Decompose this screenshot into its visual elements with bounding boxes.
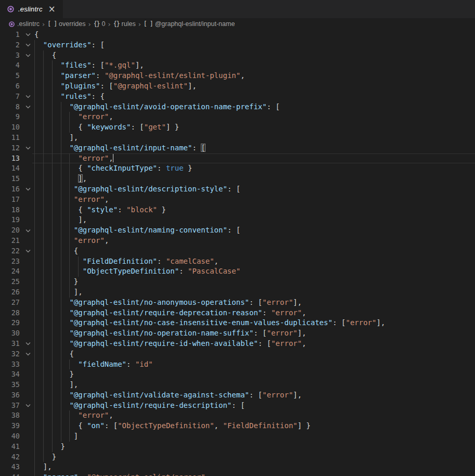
line-number: 30 [0,328,20,339]
code-line[interactable]: 26 ], [0,287,475,298]
code-line[interactable]: 39 { "on": ["ObjectTypeDefinition", "Fie… [0,421,475,431]
token: : [ [232,401,245,409]
breadcrumb-item-@graphql-eslint/input-name[interactable]: [ ]@graphql-eslint/input-name [144,20,235,28]
code-line[interactable]: 19 ], [0,215,475,225]
token: } [184,164,192,172]
code-text: ], [34,174,87,184]
token: : [192,144,201,152]
code-line[interactable]: 10 { "keywords": ["get"] } [0,122,475,133]
code-line[interactable]: 18 { "style": "block" } [0,205,475,215]
breadcrumb-item-overrides[interactable]: [ ]overrides [47,20,85,28]
code-line[interactable]: 32 { [0,349,475,359]
code-line[interactable]: 1{ [0,30,475,40]
fold-chevron-icon[interactable] [23,225,33,236]
code-line[interactable]: 21 "error", [0,236,475,246]
symbol-array-icon: [ ] [47,20,57,28]
code-line[interactable]: 27 "@graphql-eslint/no-anonymous-operati… [0,298,475,308]
token: "FieldDefinition" [83,257,157,265]
token: "files" [61,61,92,69]
token: : [179,267,188,275]
token: "@graphql-eslint/no-operation-name-suffi… [69,329,253,337]
code-text: "@graphql-eslint/validate-against-schema… [34,390,302,401]
code-line[interactable]: 16 "@graphql-eslint/description-style": … [0,184,475,195]
line-number: 29 [0,318,20,328]
fold-chevron-icon[interactable] [23,40,33,50]
breadcrumb-item-0[interactable]: {}0 [94,20,106,28]
line-number: 37 [0,401,20,411]
fold-chevron-icon[interactable] [23,92,33,102]
code-line[interactable]: 4 "files": ["*.gql"], [0,60,475,71]
breadcrumb-label: @graphql-eslint/input-name [155,20,235,28]
bracket-match: [ [201,144,205,152]
code-line[interactable]: 6 "plugins": ["@graphql-eslint"], [0,81,475,92]
code-line[interactable]: 5 "parser": "@graphql-eslint/eslint-plug… [0,71,475,81]
code-text: "@graphql-eslint/no-operation-name-suffi… [34,328,306,339]
fold-chevron-icon[interactable] [23,50,33,61]
token: "style" [87,205,118,214]
code-text: "error", [34,195,109,205]
line-number: 39 [0,421,20,431]
code-line[interactable]: 25 } [0,277,475,287]
code-line[interactable]: 11 ], [0,133,475,143]
token: : [78,473,87,476]
fold-chevron-icon[interactable] [23,143,33,153]
code-line[interactable]: 23 "FieldDefinition": "camelCase", [0,256,475,267]
token: { [74,247,78,255]
code-line[interactable]: 33 "fieldName": "id" [0,359,475,370]
fold-chevron-icon[interactable] [23,339,33,349]
breadcrumb-item-rules[interactable]: {}rules [113,20,136,28]
code-text: "@graphql-eslint/avoid-operation-name-pr… [34,102,280,112]
fold-chevron-icon[interactable] [23,401,33,411]
code-text: "plugins": ["@graphql-eslint"], [34,81,197,92]
code-line[interactable]: 3 { [0,50,475,61]
code-line[interactable]: 9 "error", [0,112,475,122]
code-line[interactable]: 24 "ObjectTypeDefinition": "PascalCase" [0,266,475,277]
fold-chevron-icon[interactable] [23,30,33,40]
code-line[interactable]: 17 "error", [0,195,475,205]
line-number: 7 [0,92,20,102]
code-line[interactable]: 31 "@graphql-eslint/require-id-when-avai… [0,339,475,349]
code-text: "@graphql-eslint/require-deprecation-rea… [34,308,306,318]
code-line[interactable]: 22 { [0,246,475,256]
code-line[interactable]: 35 ], [0,380,475,390]
token: : [157,257,166,265]
code-line[interactable]: 34 } [0,369,475,380]
code-line[interactable]: 15 ], [0,174,475,184]
line-number: 15 [0,174,20,184]
code-line[interactable]: 12 "@graphql-eslint/input-name": [ [0,143,475,153]
fold-chevron-icon[interactable] [23,349,33,359]
breadcrumb-label: 0 [102,20,106,28]
token: ], [298,329,306,337]
code-line[interactable]: 44 "parser": "@typescript-eslint/parser" [0,472,475,476]
code-line[interactable]: 2 "overrides": [ [0,40,475,50]
code-line[interactable]: 13 "error", [0,153,475,164]
code-line[interactable]: 7 "rules": { [0,92,475,102]
code-line[interactable]: 42 } [0,452,475,462]
tab-close-icon[interactable]: × [46,4,58,14]
code-line[interactable]: 43 ], [0,462,475,472]
code-line[interactable]: 37 "@graphql-eslint/require-description"… [0,401,475,411]
code-text: "error", [34,236,109,246]
token: "@typescript-eslint/parser" [87,473,206,476]
code-line[interactable]: 28 "@graphql-eslint/require-deprecation-… [0,308,475,318]
code-text: "error", [34,112,113,122]
fold-chevron-icon[interactable] [23,246,33,256]
code-line[interactable]: 8 "@graphql-eslint/avoid-operation-name-… [0,102,475,112]
code-line[interactable]: 38 "error", [0,410,475,421]
code-text: "FieldDefinition": "camelCase", [34,256,219,267]
token: true [166,164,184,172]
code-line[interactable]: 14 { "checkInputType": true } [0,163,475,174]
line-number: 9 [0,112,20,122]
code-line[interactable]: 30 "@graphql-eslint/no-operation-name-su… [0,328,475,339]
breadcrumb-separator-icon: › [107,20,112,28]
fold-chevron-icon[interactable] [23,102,33,112]
tab-eslintrc[interactable]: .eslintrc × [0,0,63,18]
breadcrumb-item-.eslintrc[interactable]: .eslintrc [8,20,40,28]
code-line[interactable]: 29 "@graphql-eslint/no-case-insensitive-… [0,318,475,328]
eslint-file-icon [7,5,15,13]
code-line[interactable]: 36 "@graphql-eslint/validate-against-sch… [0,390,475,401]
code-line[interactable]: 20 "@graphql-eslint/naming-convention": … [0,225,475,236]
fold-chevron-icon[interactable] [23,184,33,195]
code-line[interactable]: 41 } [0,442,475,452]
code-line[interactable]: 40 ] [0,431,475,442]
